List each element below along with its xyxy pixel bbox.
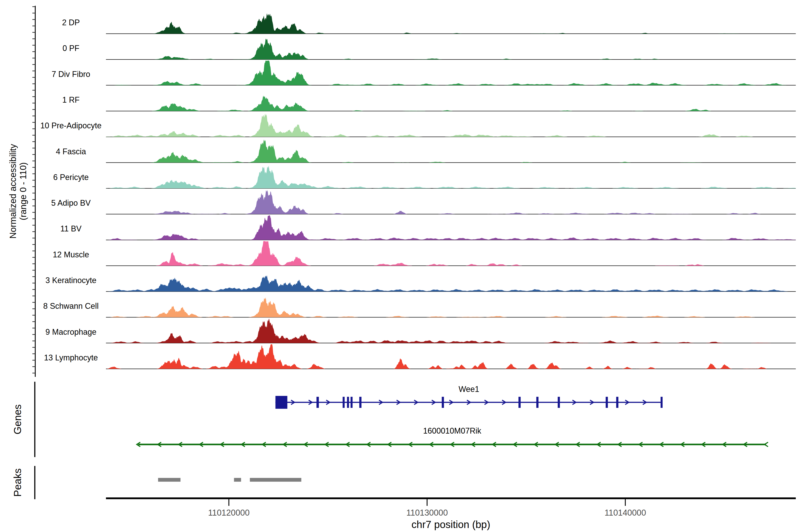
track-label: 7 Div Fibro [52, 70, 90, 79]
coverage-area [106, 39, 796, 59]
coverage-area [106, 13, 796, 34]
track-label: 1 RF [62, 95, 80, 104]
track-label: 11 BV [60, 224, 81, 233]
gene-exon [359, 397, 362, 408]
coverage-area [106, 61, 796, 86]
peak-interval-rect [250, 478, 301, 482]
gene-exon [351, 397, 353, 408]
x-tick-label: 110130000 [406, 508, 448, 517]
genes-section-label: Genes [12, 404, 23, 435]
track-label: 3 Keratinocyte [45, 276, 96, 285]
track-label: 6 Pericyte [53, 173, 89, 182]
peaks-section-label: Peaks [12, 468, 23, 497]
x-axis: 110120000110130000110140000 chr7 positio… [106, 498, 796, 530]
strand-arrow-icon [764, 442, 768, 446]
gene-exon [442, 397, 444, 408]
track-label: 4 Fascia [56, 147, 86, 156]
track-label: 9 Macrophage [45, 327, 96, 337]
coverage-area [106, 275, 796, 291]
gene-exon [276, 396, 287, 409]
x-axis-title: chr7 position (bp) [412, 519, 490, 530]
coverage-area [106, 241, 796, 266]
gene-exon [317, 397, 319, 408]
gene-exon [518, 397, 521, 408]
gene-name-wee1: Wee1 [459, 385, 479, 394]
track-labels: 2 DP0 PF7 Div Fibro1 RF10 Pre-Adipocyte4… [40, 18, 101, 362]
coverage-area [106, 319, 796, 343]
gene-exon [536, 397, 538, 408]
x-tick-label: 110120000 [208, 508, 250, 517]
gene-exon [343, 397, 345, 408]
track-label: 0 PF [62, 44, 79, 53]
peak-intervals [158, 478, 301, 482]
coverage-area [106, 96, 796, 111]
coverage-area [106, 298, 796, 318]
track-label: 10 Pre-Adipocyte [40, 121, 101, 130]
coverage-area [106, 344, 796, 369]
y-axis-title: Normalized accessibility (range 0 - 110) [8, 144, 28, 239]
gene-exon [606, 397, 608, 408]
x-axis-ticks: 110120000110130000110140000 [208, 499, 646, 517]
track-label: 8 Schwann Cell [43, 302, 99, 310]
coverage-area [106, 114, 796, 137]
coverage-area [106, 215, 796, 240]
coverage-tracks [106, 13, 796, 369]
peak-interval-rect [158, 478, 180, 482]
gene-exon [661, 397, 663, 408]
y-axis-title-line1: Normalized accessibility [8, 144, 18, 239]
peak-interval-rect [234, 478, 241, 482]
coverage-area [106, 140, 796, 163]
coverage-plot-canvas: Normalized accessibility (range 0 - 110)… [0, 0, 798, 532]
coverage-area [106, 166, 796, 188]
track-baselines [106, 34, 796, 369]
gene-exon [558, 397, 560, 408]
gene-name-1600010m07rik: 1600010M07Rik [423, 426, 481, 435]
gene-models [137, 396, 768, 446]
genome-browser-figure: Normalized accessibility (range 0 - 110)… [0, 0, 798, 532]
y-axis-ruler [32, 6, 35, 377]
coverage-area [106, 190, 796, 214]
gene-model [137, 442, 768, 446]
track-label: 12 Muscle [53, 250, 89, 259]
gene-exon [616, 397, 619, 408]
peaks-section: Peaks [12, 466, 301, 499]
track-label: 5 Adipo BV [51, 198, 91, 208]
y-axis-title-line2: (range 0 - 110) [18, 162, 28, 220]
track-label: 2 DP [62, 18, 80, 27]
x-tick-label: 110140000 [605, 508, 646, 517]
genes-section: Genes Wee1 1600010M07Rik [12, 382, 768, 457]
track-label: 13 Lymphocyte [44, 353, 98, 362]
gene-exon [347, 397, 349, 408]
gene-model [276, 396, 663, 409]
